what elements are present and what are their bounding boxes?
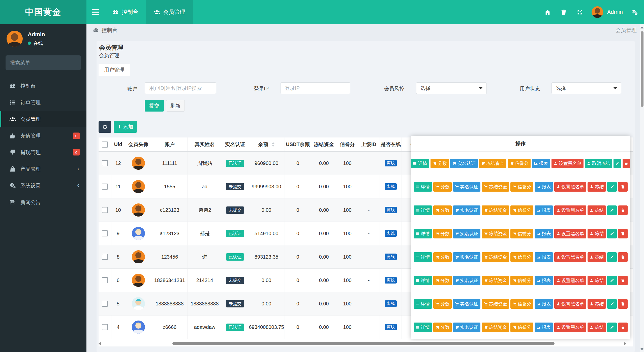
sidebar-item-控制台[interactable]: 控制台 xyxy=(0,78,86,94)
detail-button[interactable]: 详情 xyxy=(414,323,432,332)
detail-button[interactable]: 详情 xyxy=(414,182,432,192)
credit-score-button[interactable]: 信誉分 xyxy=(510,252,533,262)
score-button[interactable]: 分数 xyxy=(431,159,449,168)
score-button[interactable]: 分数 xyxy=(433,252,452,262)
settings-button[interactable] xyxy=(626,0,642,24)
vertical-scrollbar-thumb[interactable] xyxy=(641,31,643,107)
sidebar-search-input[interactable] xyxy=(10,60,77,66)
submit-button[interactable]: 提交 xyxy=(145,100,164,112)
blacklist-button[interactable]: 设置黑名单 xyxy=(554,229,586,238)
detail-button[interactable]: 详情 xyxy=(414,205,432,215)
risk-select[interactable]: 选择 xyxy=(416,82,487,94)
user-status-select[interactable]: 选择 xyxy=(551,82,621,94)
report-button[interactable]: 报表 xyxy=(535,205,553,215)
realname-auth-button[interactable]: 实名认证 xyxy=(453,252,480,262)
member-avatar[interactable] xyxy=(132,180,145,193)
credit-score-button[interactable]: 信誉分 xyxy=(510,299,533,309)
member-avatar[interactable] xyxy=(132,227,145,240)
row-checkbox[interactable] xyxy=(102,230,108,236)
sidebar-item-订单管理[interactable]: 订单管理 xyxy=(0,94,86,111)
credit-score-button[interactable]: 信誉分 xyxy=(510,182,533,192)
freeze-funds-button[interactable]: 冻结资金 xyxy=(482,276,509,285)
detail-button[interactable]: 详情 xyxy=(414,299,432,309)
delete-button[interactable] xyxy=(623,159,630,168)
detail-button[interactable]: 详情 xyxy=(414,229,432,238)
select-all-checkbox[interactable] xyxy=(102,142,108,148)
freeze-button[interactable]: 冻结 xyxy=(588,205,606,215)
score-button[interactable]: 分数 xyxy=(433,299,452,309)
column-balance-sortable[interactable]: 余额 xyxy=(248,137,285,151)
trash-button[interactable] xyxy=(556,0,572,24)
freeze-funds-button[interactable]: 冻结资金 xyxy=(482,252,509,262)
realname-auth-button[interactable]: 实名认证 xyxy=(453,182,480,192)
refresh-button[interactable]: 刷新 xyxy=(166,100,185,112)
sidebar-item-提现管理[interactable]: 提现管理 0 xyxy=(0,144,86,161)
blacklist-button[interactable]: 设置黑名单 xyxy=(554,182,586,192)
freeze-funds-button[interactable]: 冻结资金 xyxy=(482,182,509,192)
delete-button[interactable] xyxy=(618,276,628,285)
sidebar-item-产品管理[interactable]: 产品管理 ‹ xyxy=(0,161,86,177)
scroll-right-arrow[interactable] xyxy=(624,342,626,345)
fullscreen-button[interactable] xyxy=(572,0,588,24)
row-checkbox[interactable] xyxy=(102,277,108,283)
breadcrumb[interactable]: 控制台 xyxy=(93,27,117,34)
member-avatar[interactable] xyxy=(132,321,145,334)
member-avatar[interactable] xyxy=(132,157,145,170)
credit-score-button[interactable]: 信誉分 xyxy=(510,205,533,215)
freeze-button[interactable]: 冻结 xyxy=(588,299,606,309)
sidebar-item-系统设置[interactable]: 系统设置 ‹ xyxy=(0,177,86,194)
report-button[interactable]: 报表 xyxy=(532,159,550,168)
row-checkbox[interactable] xyxy=(102,160,108,166)
realname-auth-button[interactable]: 实名认证 xyxy=(453,299,480,309)
freeze-funds-button[interactable]: 冻结资金 xyxy=(482,205,509,215)
row-checkbox[interactable] xyxy=(102,207,108,213)
delete-button[interactable] xyxy=(618,299,628,309)
member-avatar[interactable] xyxy=(132,250,145,263)
realname-auth-button[interactable]: 实名认证 xyxy=(453,276,480,285)
realname-auth-button[interactable]: 实名认证 xyxy=(453,323,480,332)
credit-score-button[interactable]: 信誉分 xyxy=(510,229,533,238)
report-button[interactable]: 报表 xyxy=(535,252,553,262)
edit-button[interactable] xyxy=(607,205,617,215)
user-menu[interactable]: Admin xyxy=(588,0,626,24)
edit-button[interactable] xyxy=(607,182,617,192)
member-avatar[interactable] xyxy=(132,297,145,310)
row-checkbox[interactable] xyxy=(102,324,108,330)
realname-auth-button[interactable]: 实名认证 xyxy=(450,159,478,168)
scroll-left-arrow[interactable] xyxy=(99,342,101,345)
row-checkbox[interactable] xyxy=(102,254,108,260)
freeze-button[interactable]: 冻结 xyxy=(588,323,606,332)
freeze-funds-button[interactable]: 冻结资金 xyxy=(482,229,509,238)
realname-auth-button[interactable]: 实名认证 xyxy=(453,205,480,215)
realname-auth-button[interactable]: 实名认证 xyxy=(453,229,480,238)
login-ip-input[interactable] xyxy=(281,82,350,94)
edit-button[interactable] xyxy=(607,299,617,309)
credit-score-button[interactable]: 信誉分 xyxy=(510,276,533,285)
credit-score-button[interactable]: 信誉分 xyxy=(508,159,531,168)
horizontal-scrollbar-thumb[interactable] xyxy=(172,342,555,345)
scroll-up-arrow[interactable] xyxy=(640,26,643,28)
nav-item-dashboard[interactable]: 控制台 xyxy=(105,0,146,24)
blacklist-button[interactable]: 设置黑名单 xyxy=(554,323,586,332)
sidebar-toggle-button[interactable] xyxy=(86,0,105,24)
delete-button[interactable] xyxy=(618,182,628,192)
blacklist-button[interactable]: 设置黑名单 xyxy=(554,299,586,309)
detail-button[interactable]: 详情 xyxy=(411,159,429,168)
account-search-input[interactable] xyxy=(145,82,216,94)
scroll-down-arrow[interactable] xyxy=(640,348,643,350)
unfreeze-button[interactable]: 取消冻结 xyxy=(585,159,612,168)
delete-button[interactable] xyxy=(618,323,628,332)
score-button[interactable]: 分数 xyxy=(433,229,452,238)
row-checkbox[interactable] xyxy=(102,301,108,307)
edit-button[interactable] xyxy=(607,276,617,285)
freeze-button[interactable]: 冻结 xyxy=(588,229,606,238)
home-button[interactable] xyxy=(540,0,556,24)
delete-button[interactable] xyxy=(618,205,628,215)
sidebar-item-会员管理[interactable]: 会员管理 xyxy=(0,111,86,127)
freeze-button[interactable]: 冻结 xyxy=(588,182,606,192)
member-avatar[interactable] xyxy=(132,274,145,287)
delete-button[interactable] xyxy=(618,252,628,262)
report-button[interactable]: 报表 xyxy=(535,323,553,332)
report-button[interactable]: 报表 xyxy=(535,276,553,285)
tab-user-management[interactable]: 用户管理 xyxy=(99,64,130,76)
